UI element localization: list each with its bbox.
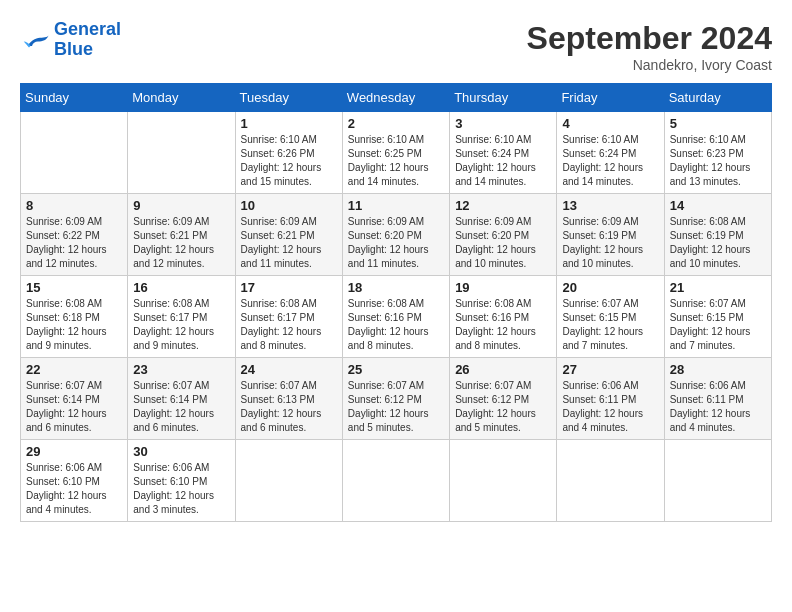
calendar-cell: 4Sunrise: 6:10 AMSunset: 6:24 PMDaylight… [557, 112, 664, 194]
logo-bird-icon [20, 25, 50, 55]
calendar-header-wednesday: Wednesday [342, 84, 449, 112]
day-number: 24 [241, 362, 337, 377]
calendar-cell [235, 440, 342, 522]
calendar-cell: 1Sunrise: 6:10 AMSunset: 6:26 PMDaylight… [235, 112, 342, 194]
calendar-cell: 13Sunrise: 6:09 AMSunset: 6:19 PMDayligh… [557, 194, 664, 276]
day-info: Sunrise: 6:06 AMSunset: 6:11 PMDaylight:… [562, 379, 658, 435]
day-info: Sunrise: 6:06 AMSunset: 6:10 PMDaylight:… [26, 461, 122, 517]
calendar-cell: 23Sunrise: 6:07 AMSunset: 6:14 PMDayligh… [128, 358, 235, 440]
calendar-cell: 15Sunrise: 6:08 AMSunset: 6:18 PMDayligh… [21, 276, 128, 358]
calendar-cell [557, 440, 664, 522]
day-info: Sunrise: 6:08 AMSunset: 6:16 PMDaylight:… [348, 297, 444, 353]
day-info: Sunrise: 6:09 AMSunset: 6:19 PMDaylight:… [562, 215, 658, 271]
day-info: Sunrise: 6:07 AMSunset: 6:12 PMDaylight:… [455, 379, 551, 435]
day-number: 16 [133, 280, 229, 295]
calendar-cell: 3Sunrise: 6:10 AMSunset: 6:24 PMDaylight… [450, 112, 557, 194]
day-info: Sunrise: 6:10 AMSunset: 6:25 PMDaylight:… [348, 133, 444, 189]
day-number: 11 [348, 198, 444, 213]
day-number: 13 [562, 198, 658, 213]
day-info: Sunrise: 6:10 AMSunset: 6:24 PMDaylight:… [562, 133, 658, 189]
calendar-cell: 12Sunrise: 6:09 AMSunset: 6:20 PMDayligh… [450, 194, 557, 276]
calendar-cell [342, 440, 449, 522]
calendar-cell: 24Sunrise: 6:07 AMSunset: 6:13 PMDayligh… [235, 358, 342, 440]
calendar-cell: 22Sunrise: 6:07 AMSunset: 6:14 PMDayligh… [21, 358, 128, 440]
logo: General Blue [20, 20, 121, 60]
calendar-cell: 27Sunrise: 6:06 AMSunset: 6:11 PMDayligh… [557, 358, 664, 440]
calendar-cell: 16Sunrise: 6:08 AMSunset: 6:17 PMDayligh… [128, 276, 235, 358]
calendar-cell: 21Sunrise: 6:07 AMSunset: 6:15 PMDayligh… [664, 276, 771, 358]
day-number: 17 [241, 280, 337, 295]
day-number: 3 [455, 116, 551, 131]
calendar-header-sunday: Sunday [21, 84, 128, 112]
day-number: 22 [26, 362, 122, 377]
day-number: 1 [241, 116, 337, 131]
calendar-cell: 9Sunrise: 6:09 AMSunset: 6:21 PMDaylight… [128, 194, 235, 276]
calendar-header-tuesday: Tuesday [235, 84, 342, 112]
day-info: Sunrise: 6:08 AMSunset: 6:16 PMDaylight:… [455, 297, 551, 353]
calendar-header-friday: Friday [557, 84, 664, 112]
day-number: 9 [133, 198, 229, 213]
day-number: 5 [670, 116, 766, 131]
day-info: Sunrise: 6:07 AMSunset: 6:14 PMDaylight:… [133, 379, 229, 435]
day-number: 15 [26, 280, 122, 295]
calendar-header-thursday: Thursday [450, 84, 557, 112]
calendar-cell: 8Sunrise: 6:09 AMSunset: 6:22 PMDaylight… [21, 194, 128, 276]
day-info: Sunrise: 6:09 AMSunset: 6:21 PMDaylight:… [133, 215, 229, 271]
day-number: 10 [241, 198, 337, 213]
calendar-week-row: 29Sunrise: 6:06 AMSunset: 6:10 PMDayligh… [21, 440, 772, 522]
calendar-cell: 20Sunrise: 6:07 AMSunset: 6:15 PMDayligh… [557, 276, 664, 358]
calendar-cell [128, 112, 235, 194]
day-number: 23 [133, 362, 229, 377]
day-info: Sunrise: 6:08 AMSunset: 6:17 PMDaylight:… [133, 297, 229, 353]
day-info: Sunrise: 6:10 AMSunset: 6:24 PMDaylight:… [455, 133, 551, 189]
calendar-cell: 25Sunrise: 6:07 AMSunset: 6:12 PMDayligh… [342, 358, 449, 440]
day-info: Sunrise: 6:09 AMSunset: 6:21 PMDaylight:… [241, 215, 337, 271]
calendar-cell: 18Sunrise: 6:08 AMSunset: 6:16 PMDayligh… [342, 276, 449, 358]
day-info: Sunrise: 6:09 AMSunset: 6:22 PMDaylight:… [26, 215, 122, 271]
day-info: Sunrise: 6:09 AMSunset: 6:20 PMDaylight:… [455, 215, 551, 271]
calendar-cell: 29Sunrise: 6:06 AMSunset: 6:10 PMDayligh… [21, 440, 128, 522]
day-info: Sunrise: 6:07 AMSunset: 6:15 PMDaylight:… [562, 297, 658, 353]
calendar-week-row: 15Sunrise: 6:08 AMSunset: 6:18 PMDayligh… [21, 276, 772, 358]
day-number: 19 [455, 280, 551, 295]
day-info: Sunrise: 6:07 AMSunset: 6:12 PMDaylight:… [348, 379, 444, 435]
calendar-cell: 14Sunrise: 6:08 AMSunset: 6:19 PMDayligh… [664, 194, 771, 276]
location-subtitle: Nandekro, Ivory Coast [527, 57, 772, 73]
calendar-cell [664, 440, 771, 522]
day-info: Sunrise: 6:09 AMSunset: 6:20 PMDaylight:… [348, 215, 444, 271]
calendar-header-row: SundayMondayTuesdayWednesdayThursdayFrid… [21, 84, 772, 112]
day-info: Sunrise: 6:07 AMSunset: 6:14 PMDaylight:… [26, 379, 122, 435]
calendar-cell: 2Sunrise: 6:10 AMSunset: 6:25 PMDaylight… [342, 112, 449, 194]
day-info: Sunrise: 6:07 AMSunset: 6:13 PMDaylight:… [241, 379, 337, 435]
day-number: 4 [562, 116, 658, 131]
day-number: 18 [348, 280, 444, 295]
month-year-title: September 2024 [527, 20, 772, 57]
day-number: 12 [455, 198, 551, 213]
logo-general: General [54, 19, 121, 39]
calendar-week-row: 22Sunrise: 6:07 AMSunset: 6:14 PMDayligh… [21, 358, 772, 440]
day-info: Sunrise: 6:08 AMSunset: 6:18 PMDaylight:… [26, 297, 122, 353]
day-number: 27 [562, 362, 658, 377]
day-number: 29 [26, 444, 122, 459]
day-number: 8 [26, 198, 122, 213]
calendar-cell: 17Sunrise: 6:08 AMSunset: 6:17 PMDayligh… [235, 276, 342, 358]
calendar-cell: 26Sunrise: 6:07 AMSunset: 6:12 PMDayligh… [450, 358, 557, 440]
day-info: Sunrise: 6:08 AMSunset: 6:17 PMDaylight:… [241, 297, 337, 353]
header-area: General Blue September 2024 Nandekro, Iv… [20, 20, 772, 73]
day-number: 30 [133, 444, 229, 459]
calendar-cell: 5Sunrise: 6:10 AMSunset: 6:23 PMDaylight… [664, 112, 771, 194]
calendar-cell [450, 440, 557, 522]
day-number: 21 [670, 280, 766, 295]
calendar-week-row: 1Sunrise: 6:10 AMSunset: 6:26 PMDaylight… [21, 112, 772, 194]
calendar-cell: 30Sunrise: 6:06 AMSunset: 6:10 PMDayligh… [128, 440, 235, 522]
day-info: Sunrise: 6:06 AMSunset: 6:11 PMDaylight:… [670, 379, 766, 435]
day-info: Sunrise: 6:08 AMSunset: 6:19 PMDaylight:… [670, 215, 766, 271]
logo-text: General Blue [54, 20, 121, 60]
calendar-cell [21, 112, 128, 194]
day-number: 28 [670, 362, 766, 377]
day-number: 2 [348, 116, 444, 131]
calendar-cell: 10Sunrise: 6:09 AMSunset: 6:21 PMDayligh… [235, 194, 342, 276]
day-number: 25 [348, 362, 444, 377]
calendar-cell: 19Sunrise: 6:08 AMSunset: 6:16 PMDayligh… [450, 276, 557, 358]
calendar-header-monday: Monday [128, 84, 235, 112]
